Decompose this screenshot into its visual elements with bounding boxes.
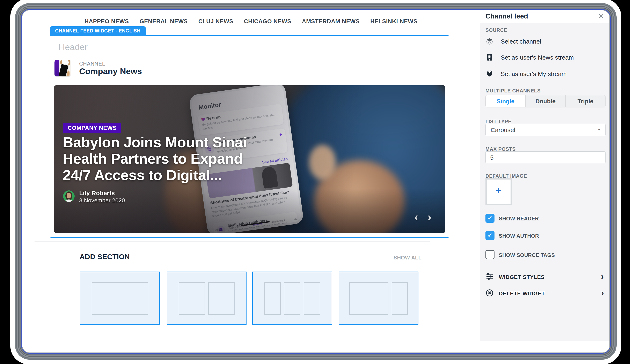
channel-thumbnail-image — [58, 60, 71, 76]
option-label: Select channel — [501, 38, 541, 45]
page-editor-canvas: HAPPEO NEWS GENERAL NEWS CLUJ NEWS CHICA… — [22, 10, 480, 353]
layout-box — [349, 282, 388, 315]
header-underline — [58, 57, 440, 57]
chevron-right-icon: › — [601, 288, 604, 298]
multiple-channels-segmented-control: Single Double Triple — [486, 95, 606, 107]
my-stream-icon — [486, 70, 494, 78]
carousel-prev-button[interactable]: ‹ — [414, 211, 418, 223]
channel-feed-widget[interactable]: Header CHANNEL Company News — [50, 35, 449, 238]
widget-styles-button[interactable]: WIDGET STYLES › — [486, 272, 604, 281]
toggle-label: SHOW AUTHOR — [499, 233, 539, 239]
channel-name: Company News — [79, 66, 142, 76]
channel-thumbnail — [54, 60, 71, 76]
multiple-channels-label: MULTIPLE CHANNELS — [486, 88, 540, 94]
segment-double[interactable]: Double — [526, 95, 566, 107]
nav-tab-amsterdam-news[interactable]: AMSTERDAM NEWS — [302, 18, 360, 25]
section-layout-option-one-column[interactable] — [80, 272, 160, 325]
layout-box — [392, 282, 408, 315]
add-section-title: ADD SECTION — [80, 253, 130, 261]
checkbox-checked-icon: ✓ — [486, 231, 494, 240]
caret-down-icon: ▼ — [597, 128, 601, 132]
channel-color-bar — [54, 60, 58, 76]
segment-single[interactable]: Single — [486, 95, 526, 107]
news-nav: HAPPEO NEWS GENERAL NEWS CLUJ NEWS CHICA… — [22, 18, 480, 25]
list-type-value: Carousel — [490, 126, 515, 133]
sliders-icon — [486, 272, 494, 281]
layers-icon — [486, 37, 494, 45]
list-type-select[interactable]: Carousel ▼ — [486, 124, 606, 136]
toggle-label: SHOW SOURCE TAGS — [499, 252, 555, 258]
author-name: Lily Roberts — [79, 190, 115, 197]
action-label: WIDGET STYLES — [499, 274, 545, 280]
toggle-label: SHOW HEADER — [499, 216, 539, 222]
layout-box — [179, 282, 205, 315]
panel-footer — [480, 341, 610, 353]
option-label: Set as user's My stream — [501, 70, 567, 77]
default-image-upload-button[interactable]: + — [486, 178, 512, 205]
nav-tab-happeo-news[interactable]: HAPPEO NEWS — [84, 18, 129, 25]
layout-box — [284, 282, 300, 315]
segment-triple[interactable]: Triple — [566, 95, 605, 107]
action-label: DELETE WIDGET — [499, 291, 545, 297]
delete-widget-button[interactable]: DELETE WIDGET › — [486, 289, 604, 298]
section-layout-option-two-columns[interactable] — [167, 272, 246, 325]
building-icon — [486, 53, 494, 61]
app-window: HAPPEO NEWS GENERAL NEWS CLUJ NEWS CHICA… — [22, 10, 610, 353]
delete-circle-icon — [486, 289, 494, 297]
max-posts-label: MAX POSTS — [486, 146, 516, 152]
chevron-right-icon: › — [601, 272, 604, 281]
source-section-label: SOURCE — [486, 27, 507, 33]
avatar-face — [66, 193, 71, 198]
panel-header: Channel feed ✕ — [480, 10, 610, 23]
channel-kicker: CHANNEL — [79, 61, 105, 67]
checkbox-unchecked-icon — [486, 250, 494, 259]
layout-box — [264, 282, 281, 315]
widget-settings-panel: Channel feed ✕ SOURCE Select channel — [480, 10, 610, 353]
max-posts-value: 5 — [490, 154, 494, 161]
author-avatar — [63, 190, 75, 202]
section-divider — [34, 241, 430, 242]
nav-tab-chicago-news[interactable]: CHICAGO NEWS — [244, 18, 291, 25]
nav-tab-helsinki-news[interactable]: HELSINKI NEWS — [370, 18, 418, 25]
default-image-label: DEFAULT IMAGE — [486, 173, 527, 179]
post-date: 3 November 2020 — [79, 197, 125, 204]
option-label: Set as user's News stream — [501, 54, 574, 61]
panel-title: Channel feed — [486, 12, 528, 20]
show-all-button[interactable]: SHOW ALL — [394, 255, 422, 261]
carousel-next-button[interactable]: › — [428, 211, 432, 223]
layout-box — [92, 282, 148, 315]
layout-box — [304, 282, 320, 315]
layout-box — [208, 282, 234, 315]
max-posts-input[interactable]: 5 — [486, 151, 606, 163]
widget-tab-badge[interactable]: CHANNEL FEED WIDGET - ENGLISH — [50, 26, 146, 35]
nav-tab-cluj-news[interactable]: CLUJ NEWS — [198, 18, 233, 25]
panel-body: SOURCE Select channel — [480, 23, 610, 353]
post-title[interactable]: Babylon Joins Mount Sinai Health Partner… — [63, 134, 272, 184]
checkbox-checked-icon: ✓ — [486, 214, 494, 223]
nav-tab-general-news[interactable]: GENERAL NEWS — [140, 18, 188, 25]
section-layout-option-three-columns[interactable] — [252, 272, 332, 325]
page: HAPPEO NEWS GENERAL NEWS CLUJ NEWS CHICA… — [0, 0, 630, 364]
post-carousel[interactable]: Monitor Rest up Be guided by how you fee… — [54, 85, 445, 233]
widget-header-input[interactable]: Header — [58, 42, 367, 52]
plus-icon: + — [487, 185, 510, 196]
post-source-tag: COMPANY NEWS — [63, 123, 121, 133]
section-layout-option-wide-narrow[interactable] — [339, 272, 418, 325]
close-icon[interactable]: ✕ — [598, 13, 604, 20]
